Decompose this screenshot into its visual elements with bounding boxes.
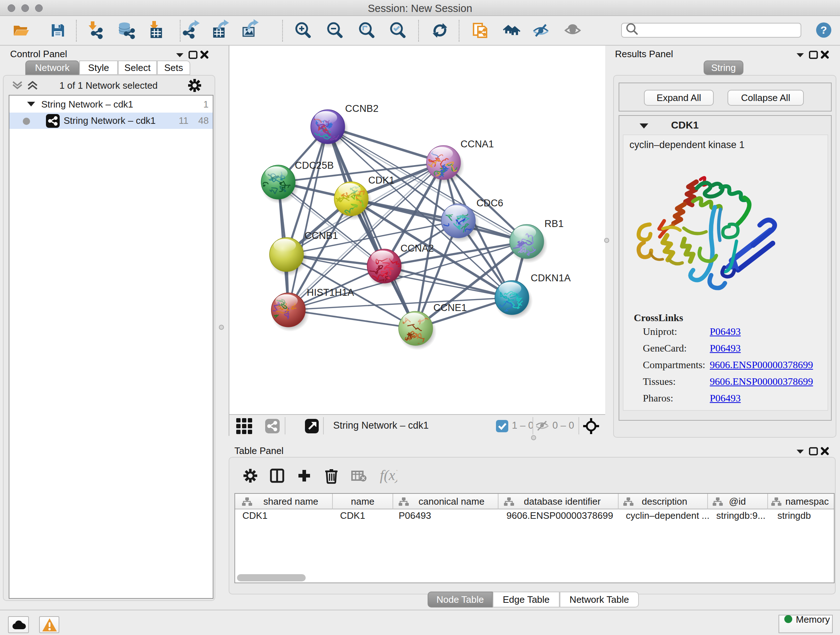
svg-text:CCNB1: CCNB1 (305, 230, 338, 241)
svg-text:CCNB2: CCNB2 (345, 103, 379, 114)
svg-text:CDKN1A: CDKN1A (531, 272, 571, 283)
svg-text:CDC6: CDC6 (477, 198, 503, 209)
svg-text:HIST1H1A: HIST1H1A (307, 287, 354, 298)
svg-text:RB1: RB1 (545, 218, 564, 229)
svg-text:CDK1: CDK1 (368, 175, 395, 186)
svg-text:CCNE1: CCNE1 (433, 302, 467, 313)
svg-text:f(x): f(x) (380, 467, 397, 483)
svg-text:CDC25B: CDC25B (295, 160, 334, 171)
svg-text:CCNA1: CCNA1 (461, 139, 494, 149)
svg-text:?: ? (821, 24, 827, 36)
svg-text:CCNA2: CCNA2 (401, 243, 434, 254)
